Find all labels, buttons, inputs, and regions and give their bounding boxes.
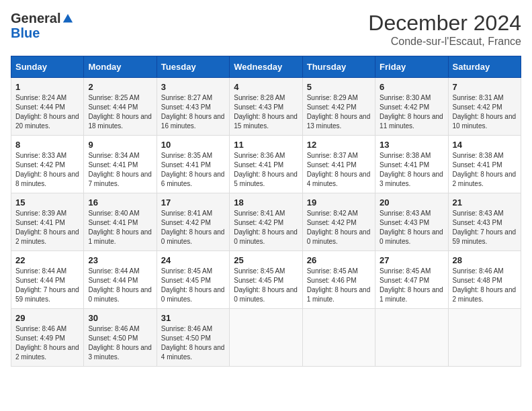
day-number: 14 — [453, 140, 517, 150]
day-number: 26 — [307, 255, 371, 265]
calendar-cell: 28 Sunrise: 8:46 AM Sunset: 4:48 PM Dayl… — [448, 251, 521, 309]
day-info: Sunrise: 8:38 AM Sunset: 4:41 PM Dayligh… — [453, 151, 517, 189]
day-number: 6 — [380, 82, 443, 92]
day-info: Sunrise: 8:31 AM Sunset: 4:42 PM Dayligh… — [453, 93, 517, 131]
calendar-cell: 19 Sunrise: 8:42 AM Sunset: 4:42 PM Dayl… — [302, 193, 375, 251]
calendar-cell: 23 Sunrise: 8:44 AM Sunset: 4:44 PM Dayl… — [84, 251, 157, 309]
header-wednesday: Wednesday — [230, 56, 302, 78]
day-number: 15 — [15, 197, 79, 208]
day-info: Sunrise: 8:45 AM Sunset: 4:46 PM Dayligh… — [307, 267, 371, 304]
day-info: Sunrise: 8:43 AM Sunset: 4:43 PM Dayligh… — [380, 209, 443, 246]
calendar-week-0: 1 Sunrise: 8:24 AM Sunset: 4:44 PM Dayli… — [11, 78, 521, 136]
day-info: Sunrise: 8:45 AM Sunset: 4:47 PM Dayligh… — [380, 267, 443, 304]
calendar-cell: 1 Sunrise: 8:24 AM Sunset: 4:44 PM Dayli… — [11, 78, 84, 136]
header: General Blue December 2024 Conde-sur-l'E… — [11, 11, 521, 48]
day-number: 16 — [88, 197, 152, 208]
logo-blue-text: Blue — [11, 26, 40, 40]
calendar-week-4: 29 Sunrise: 8:46 AM Sunset: 4:49 PM Dayl… — [11, 309, 521, 367]
calendar-cell: 3 Sunrise: 8:27 AM Sunset: 4:43 PM Dayli… — [157, 78, 229, 136]
calendar-cell: 4 Sunrise: 8:28 AM Sunset: 4:43 PM Dayli… — [230, 78, 302, 136]
calendar-cell: 29 Sunrise: 8:46 AM Sunset: 4:49 PM Dayl… — [11, 309, 84, 367]
day-number: 17 — [161, 197, 225, 208]
day-number: 8 — [15, 140, 79, 150]
day-info: Sunrise: 8:46 AM Sunset: 4:50 PM Dayligh… — [161, 324, 225, 362]
day-number: 28 — [453, 255, 517, 265]
day-info: Sunrise: 8:46 AM Sunset: 4:50 PM Dayligh… — [88, 324, 152, 362]
day-number: 24 — [161, 255, 225, 265]
day-number: 9 — [88, 140, 152, 150]
calendar-cell: 21 Sunrise: 8:43 AM Sunset: 4:43 PM Dayl… — [448, 193, 521, 251]
day-info: Sunrise: 8:36 AM Sunset: 4:41 PM Dayligh… — [234, 151, 298, 189]
calendar-cell — [302, 309, 375, 367]
header-sunday: Sunday — [11, 56, 84, 78]
day-number: 7 — [453, 82, 517, 92]
day-info: Sunrise: 8:38 AM Sunset: 4:41 PM Dayligh… — [380, 151, 443, 189]
day-number: 12 — [307, 140, 371, 150]
header-monday: Monday — [84, 56, 157, 78]
calendar-cell: 7 Sunrise: 8:31 AM Sunset: 4:42 PM Dayli… — [448, 78, 521, 136]
calendar-table: SundayMondayTuesdayWednesdayThursdayFrid… — [11, 56, 521, 367]
calendar-cell: 12 Sunrise: 8:37 AM Sunset: 4:41 PM Dayl… — [302, 136, 375, 193]
day-number: 5 — [307, 82, 371, 92]
day-number: 22 — [15, 255, 79, 265]
day-info: Sunrise: 8:39 AM Sunset: 4:41 PM Dayligh… — [15, 209, 79, 246]
day-info: Sunrise: 8:45 AM Sunset: 4:45 PM Dayligh… — [161, 267, 225, 304]
header-thursday: Thursday — [302, 56, 375, 78]
calendar-cell: 26 Sunrise: 8:45 AM Sunset: 4:46 PM Dayl… — [302, 251, 375, 309]
day-number: 21 — [453, 197, 517, 208]
logo-icon — [62, 13, 74, 25]
calendar-cell: 24 Sunrise: 8:45 AM Sunset: 4:45 PM Dayl… — [157, 251, 229, 309]
calendar-cell: 31 Sunrise: 8:46 AM Sunset: 4:50 PM Dayl… — [157, 309, 229, 367]
day-number: 25 — [234, 255, 298, 265]
day-info: Sunrise: 8:46 AM Sunset: 4:48 PM Dayligh… — [453, 267, 517, 304]
day-number: 30 — [88, 313, 152, 323]
day-info: Sunrise: 8:42 AM Sunset: 4:42 PM Dayligh… — [307, 209, 371, 246]
logo-general-text: General — [11, 11, 60, 26]
calendar-cell — [230, 309, 302, 367]
day-info: Sunrise: 8:30 AM Sunset: 4:42 PM Dayligh… — [380, 93, 443, 131]
svg-marker-0 — [63, 13, 73, 22]
day-number: 31 — [161, 313, 225, 323]
day-number: 1 — [15, 82, 79, 92]
day-number: 23 — [88, 255, 152, 265]
day-info: Sunrise: 8:27 AM Sunset: 4:43 PM Dayligh… — [161, 93, 225, 131]
calendar-cell: 16 Sunrise: 8:40 AM Sunset: 4:41 PM Dayl… — [84, 193, 157, 251]
day-number: 11 — [234, 140, 298, 150]
day-info: Sunrise: 8:34 AM Sunset: 4:41 PM Dayligh… — [88, 151, 152, 189]
calendar-cell: 6 Sunrise: 8:30 AM Sunset: 4:42 PM Dayli… — [375, 78, 448, 136]
calendar-cell: 10 Sunrise: 8:35 AM Sunset: 4:41 PM Dayl… — [157, 136, 229, 193]
day-info: Sunrise: 8:40 AM Sunset: 4:41 PM Dayligh… — [88, 209, 152, 246]
calendar-cell — [375, 309, 448, 367]
calendar-cell: 18 Sunrise: 8:41 AM Sunset: 4:42 PM Dayl… — [230, 193, 302, 251]
day-number: 13 — [380, 140, 443, 150]
day-number: 3 — [161, 82, 225, 92]
calendar-cell: 5 Sunrise: 8:29 AM Sunset: 4:42 PM Dayli… — [302, 78, 375, 136]
day-info: Sunrise: 8:33 AM Sunset: 4:42 PM Dayligh… — [15, 151, 79, 189]
calendar-week-2: 15 Sunrise: 8:39 AM Sunset: 4:41 PM Dayl… — [11, 193, 521, 251]
day-number: 19 — [307, 197, 371, 208]
day-number: 29 — [15, 313, 79, 323]
calendar-cell: 15 Sunrise: 8:39 AM Sunset: 4:41 PM Dayl… — [11, 193, 84, 251]
day-info: Sunrise: 8:41 AM Sunset: 4:42 PM Dayligh… — [161, 209, 225, 246]
calendar-week-3: 22 Sunrise: 8:44 AM Sunset: 4:44 PM Dayl… — [11, 251, 521, 309]
calendar-cell — [448, 309, 521, 367]
day-number: 2 — [88, 82, 152, 92]
day-number: 10 — [161, 140, 225, 150]
calendar-cell: 30 Sunrise: 8:46 AM Sunset: 4:50 PM Dayl… — [84, 309, 157, 367]
day-info: Sunrise: 8:44 AM Sunset: 4:44 PM Dayligh… — [88, 267, 152, 304]
calendar-cell: 20 Sunrise: 8:43 AM Sunset: 4:43 PM Dayl… — [375, 193, 448, 251]
day-info: Sunrise: 8:41 AM Sunset: 4:42 PM Dayligh… — [234, 209, 298, 246]
location-title: Conde-sur-l'Escaut, France — [368, 36, 521, 48]
header-saturday: Saturday — [448, 56, 521, 78]
calendar-cell: 8 Sunrise: 8:33 AM Sunset: 4:42 PM Dayli… — [11, 136, 84, 193]
calendar-cell: 22 Sunrise: 8:44 AM Sunset: 4:44 PM Dayl… — [11, 251, 84, 309]
header-tuesday: Tuesday — [157, 56, 229, 78]
calendar-cell: 9 Sunrise: 8:34 AM Sunset: 4:41 PM Dayli… — [84, 136, 157, 193]
calendar-cell: 25 Sunrise: 8:45 AM Sunset: 4:45 PM Dayl… — [230, 251, 302, 309]
month-title: December 2024 — [368, 11, 521, 36]
calendar-cell: 13 Sunrise: 8:38 AM Sunset: 4:41 PM Dayl… — [375, 136, 448, 193]
day-info: Sunrise: 8:37 AM Sunset: 4:41 PM Dayligh… — [307, 151, 371, 189]
day-info: Sunrise: 8:43 AM Sunset: 4:43 PM Dayligh… — [453, 209, 517, 246]
calendar-cell: 17 Sunrise: 8:41 AM Sunset: 4:42 PM Dayl… — [157, 193, 229, 251]
calendar-cell: 2 Sunrise: 8:25 AM Sunset: 4:44 PM Dayli… — [84, 78, 157, 136]
